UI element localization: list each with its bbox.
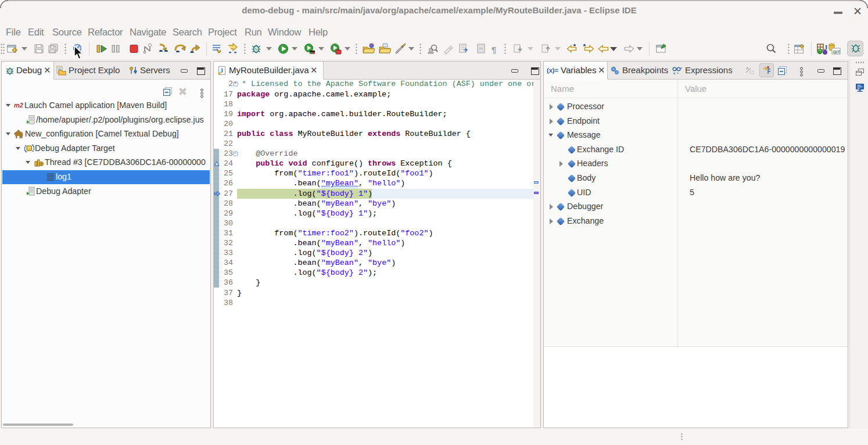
svg-text:=: = [677, 71, 679, 75]
svg-text:x: x [673, 71, 676, 75]
svg-text:GIT: GIT [833, 49, 841, 55]
svg-text:J: J [220, 67, 223, 74]
